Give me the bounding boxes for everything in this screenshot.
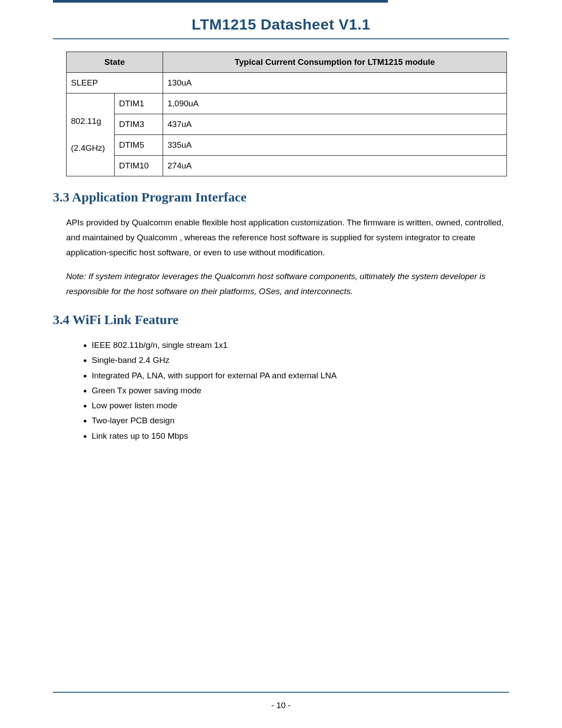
list-item: Integrated PA, LNA, with support for ext… [92, 368, 509, 383]
paragraph-3-3: APIs provided by Qualcomm enable flexibl… [66, 215, 509, 261]
value-dtim3: 437uA [163, 114, 507, 135]
list-item: IEEE 802.11b/g/n, single stream 1x1 [92, 338, 509, 353]
list-item: Low power listen mode [92, 398, 509, 413]
table-row: SLEEP 130uA [67, 73, 507, 93]
page-number: - 10 - [0, 701, 562, 710]
document-title: LTM1215 Datasheet V1.1 [53, 16, 509, 33]
value-dtim5: 335uA [163, 135, 507, 156]
heading-3-4: 3.4 WiFi Link Feature [53, 312, 509, 327]
state-80211g-line1: 802.11g [71, 115, 110, 128]
state-80211g-line2: (2.4GHz) [71, 142, 110, 155]
table-header-row: State Typical Current Consumption for LT… [67, 52, 507, 73]
list-item: Green Tx power saving mode [92, 383, 509, 398]
sub-dtim1: DTIM1 [115, 93, 163, 114]
header-value: Typical Current Consumption for LTM1215 … [163, 52, 507, 73]
title-divider [53, 38, 509, 39]
header-state: State [67, 52, 163, 73]
table-row: DTIM3 437uA [67, 114, 507, 135]
value-dtim10: 274uA [163, 156, 507, 176]
state-sleep: SLEEP [67, 73, 163, 93]
list-item: Two-layer PCB design [92, 413, 509, 428]
power-table-container: State Typical Current Consumption for LT… [66, 52, 509, 176]
table-row: DTIM10 274uA [67, 156, 507, 176]
top-accent-bar [53, 0, 388, 3]
footer-divider [53, 692, 509, 693]
note-3-3: Note: If system integrator leverages the… [66, 269, 509, 299]
power-consumption-table: State Typical Current Consumption for LT… [66, 52, 507, 176]
sub-dtim10: DTIM10 [115, 156, 163, 176]
table-row: DTIM5 335uA [67, 135, 507, 156]
table-row: 802.11g (2.4GHz) DTIM1 1,090uA [67, 93, 507, 114]
heading-3-3: 3.3 Application Program Interface [53, 190, 509, 205]
list-item: Link rates up to 150 Mbps [92, 429, 509, 444]
list-item: Single-band 2.4 GHz [92, 353, 509, 368]
value-sleep: 130uA [163, 73, 507, 93]
value-dtim1: 1,090uA [163, 93, 507, 114]
sub-dtim5: DTIM5 [115, 135, 163, 156]
page-container: LTM1215 Datasheet V1.1 State Typical Cur… [0, 0, 562, 728]
sub-dtim3: DTIM3 [115, 114, 163, 135]
state-80211g: 802.11g (2.4GHz) [67, 93, 115, 176]
feature-list: IEEE 802.11b/g/n, single stream 1x1 Sing… [79, 338, 509, 444]
